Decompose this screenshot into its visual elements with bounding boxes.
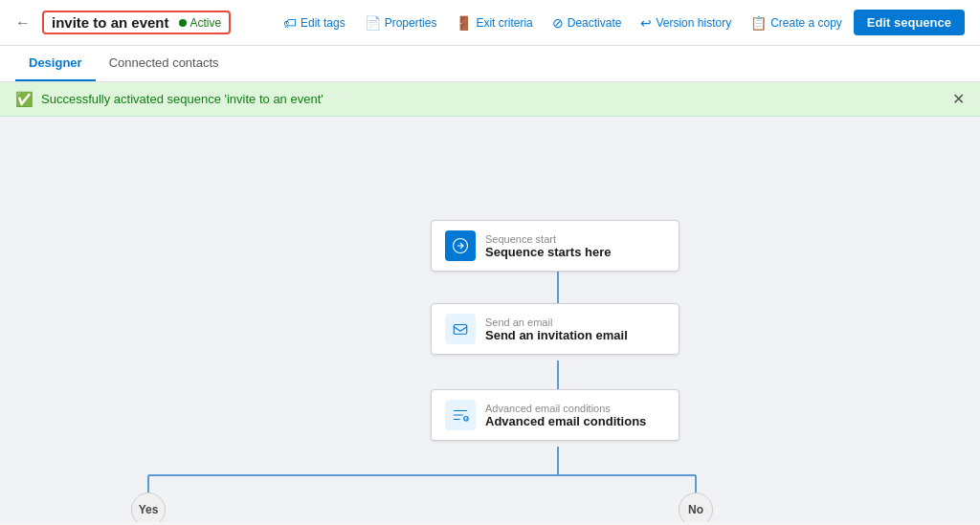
tab-designer[interactable]: Designer — [15, 46, 96, 81]
canvas: Sequence start Sequence starts here Send… — [0, 117, 980, 522]
flow-container: Sequence start Sequence starts here Send… — [0, 117, 980, 522]
sequence-start-icon — [445, 230, 476, 261]
properties-label: Properties — [385, 16, 437, 30]
edit-tags-label: Edit tags — [301, 16, 345, 30]
send-invitation-node: Send an email Send an invitation email — [431, 303, 679, 355]
send-invitation-text: Send an email Send an invitation email — [485, 317, 628, 342]
create-copy-button[interactable]: 📋 Create a copy — [743, 11, 850, 34]
no-branch-label: No — [679, 492, 713, 522]
page-title: invite to an event — [52, 14, 169, 31]
back-button[interactable]: ← — [15, 14, 31, 32]
send-invitation-main-label: Send an invitation email — [485, 328, 628, 342]
edit-sequence-button[interactable]: Edit sequence — [854, 10, 965, 35]
deactivate-icon: ⊘ — [552, 15, 564, 31]
svg-rect-10 — [454, 325, 467, 335]
exit-icon: 🚪 — [456, 15, 472, 31]
svg-point-11 — [464, 417, 469, 422]
edit-tags-button[interactable]: 🏷 Edit tags — [276, 11, 353, 34]
header-actions: 🏷 Edit tags 📄 Properties 🚪 Exit criteria… — [276, 10, 965, 35]
send-invitation-small-label: Send an email — [485, 317, 628, 328]
yes-branch-label: Yes — [131, 492, 166, 522]
send-invitation-icon — [445, 314, 476, 344]
version-history-label: Version history — [656, 16, 731, 30]
sequence-start-node: Sequence start Sequence starts here — [431, 220, 679, 272]
history-icon: ↩ — [640, 15, 652, 31]
copy-icon: 📋 — [750, 15, 767, 31]
success-banner: ✅ Successfully activated sequence 'invit… — [0, 82, 980, 117]
status-label: Active — [190, 16, 222, 30]
tag-icon: 🏷 — [283, 15, 297, 31]
deactivate-button[interactable]: ⊘ Deactivate — [545, 11, 630, 34]
banner-close-button[interactable]: ✕ — [952, 90, 965, 108]
advanced-conditions-1-icon — [445, 400, 476, 430]
properties-button[interactable]: 📄 Properties — [357, 11, 445, 34]
sequence-start-text: Sequence start Sequence starts here — [485, 233, 612, 259]
advanced-conditions-1-text: Advanced email conditions Advanced email… — [485, 403, 646, 428]
create-copy-label: Create a copy — [770, 16, 842, 30]
sequence-start-small-label: Sequence start — [485, 233, 612, 245]
advanced-conditions-1-small-label: Advanced email conditions — [485, 403, 646, 414]
deactivate-label: Deactivate — [568, 16, 622, 30]
status-dot — [179, 19, 187, 27]
properties-icon: 📄 — [365, 15, 381, 31]
version-history-button[interactable]: ↩ Version history — [633, 11, 739, 34]
banner-message: Successfully activated sequence 'invite … — [41, 92, 323, 106]
status-badge: Active — [179, 16, 222, 30]
exit-criteria-button[interactable]: 🚪 Exit criteria — [448, 11, 540, 34]
title-section: invite to an event Active — [42, 11, 231, 34]
tab-connected-contacts[interactable]: Connected contacts — [96, 46, 233, 81]
advanced-conditions-1-main-label: Advanced email conditions — [485, 414, 646, 428]
tabs: Designer Connected contacts — [0, 46, 980, 82]
sequence-start-main-label: Sequence starts here — [485, 245, 612, 259]
header: ← invite to an event Active 🏷 Edit tags … — [0, 0, 980, 46]
success-icon: ✅ — [15, 91, 33, 108]
advanced-conditions-1-node: Advanced email conditions Advanced email… — [431, 389, 679, 441]
exit-criteria-label: Exit criteria — [476, 16, 532, 30]
